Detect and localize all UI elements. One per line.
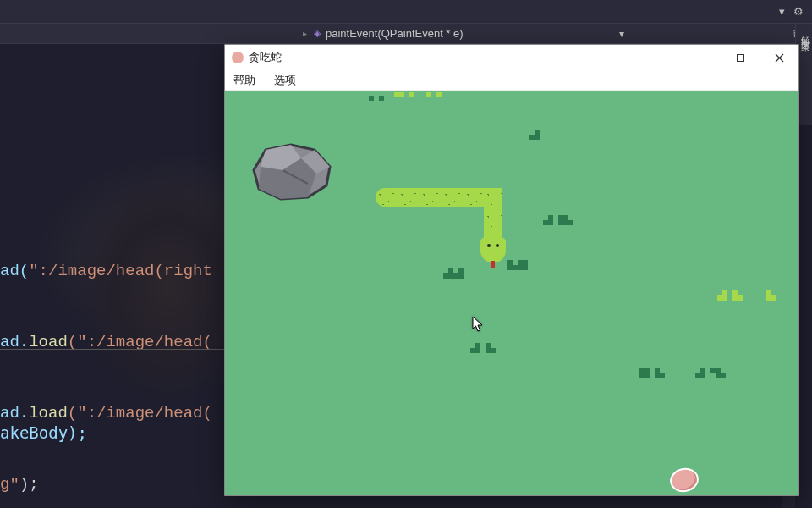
grass-dark-icon [695,368,726,378]
code-region-divider [0,349,224,350]
chevron-right-icon: ▸ [303,29,307,38]
game-menubar: 帮助 选项 [225,70,798,91]
grass-dark-icon [543,215,573,225]
ide-breadcrumb: ▸ ◈ paintEvent(QPaintEvent * e) ▾ ⧉ [0,24,812,44]
ide-top-toolbar: ▾ ⚙ [0,0,812,24]
grass-light-icon [426,92,457,97]
window-title: 贪吃蛇 [249,50,282,65]
pin-icon[interactable]: ▾ [779,5,785,18]
gear-icon[interactable]: ⚙ [793,5,804,18]
grass-dark-icon [508,260,538,270]
maximize-button[interactable] [721,45,760,70]
snake-head-icon [480,237,506,262]
grass-light-icon [394,92,425,97]
minimize-button[interactable] [682,45,721,70]
app-icon [232,52,244,64]
breadcrumb-function[interactable]: paintEvent(QPaintEvent * e) [326,27,464,40]
food-icon [670,467,699,493]
method-icon: ◈ [314,28,321,39]
game-canvas[interactable] [225,91,798,495]
grass-dark-icon [529,130,560,140]
svg-marker-9 [473,317,482,331]
close-button[interactable] [760,45,798,70]
grass-dark-icon [443,268,474,279]
grass-dark-icon [639,368,670,378]
svg-rect-1 [737,54,743,61]
menu-options[interactable]: 选项 [271,71,299,90]
rock-icon [249,141,337,202]
game-window: 贪吃蛇 帮助 选项 [224,44,799,496]
snake-sprite [376,188,519,256]
mouse-cursor-icon [472,316,484,333]
dropdown-icon[interactable]: ▾ [619,28,624,40]
game-window-titlebar[interactable]: 贪吃蛇 [225,45,798,70]
grass-light-icon [766,290,797,301]
code-editor-content-2: akeBody); [0,423,87,442]
code-editor-content: ad(":/image/head(right ad.load(":/image/… [0,212,222,508]
menu-help[interactable]: 帮助 [230,71,259,90]
grass-light-icon [717,290,748,301]
grass-dark-icon [470,343,501,353]
